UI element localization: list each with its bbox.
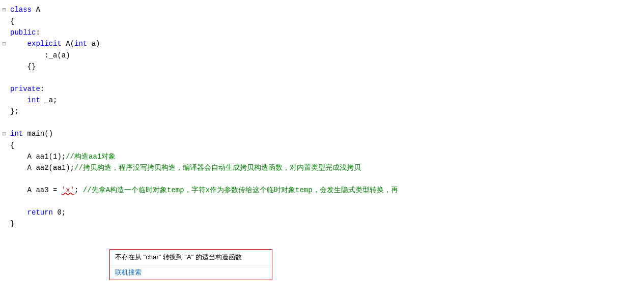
code-content: A aa3 = 'x'; //先拿A构造一个临时对象temp，字符x作为参数传给…: [8, 185, 398, 196]
code-line: int _a;: [0, 95, 644, 106]
code-content: return 0;: [8, 207, 66, 218]
code-line: {}: [0, 61, 644, 72]
code-content: }: [8, 218, 14, 229]
code-line: A aa3 = 'x'; //先拿A构造一个临时对象temp，字符x作为参数传给…: [0, 185, 644, 196]
code-line: [0, 173, 644, 185]
code-line: {: [0, 140, 644, 151]
code-line: [0, 72, 644, 83]
code-line: private:: [0, 83, 644, 95]
code-line: :_a(a): [0, 50, 644, 61]
code-line: [0, 117, 644, 128]
code-content: class A: [8, 4, 40, 15]
code-content: {: [8, 140, 14, 151]
code-content: explicit A(int a): [8, 38, 100, 49]
code-content: int main(): [8, 128, 53, 139]
code-content: };: [8, 106, 19, 117]
online-search-link[interactable]: 联机搜索: [110, 265, 272, 280]
code-line: A aa2(aa1);//拷贝构造，程序没写拷贝构造，编译器会自动生成拷贝构造函…: [0, 162, 644, 173]
code-editor: ⊟class A{public:⊟ explicit A(int a) :_a(…: [0, 0, 644, 303]
gutter-collapse[interactable]: ⊟: [0, 5, 8, 16]
code-content: {}: [8, 61, 36, 72]
code-line: ⊟int main(): [0, 128, 644, 140]
code-line: return 0;: [0, 207, 644, 218]
code-line: {: [0, 16, 644, 27]
code-content: {: [8, 16, 14, 27]
code-area: ⊟class A{public:⊟ explicit A(int a) :_a(…: [0, 4, 644, 229]
code-content: int _a;: [8, 95, 57, 106]
code-line: ⊟class A: [0, 4, 644, 16]
code-line: [0, 196, 644, 207]
code-line: };: [0, 106, 644, 117]
code-line: ⊟ explicit A(int a): [0, 38, 644, 50]
code-line: }: [0, 218, 644, 229]
code-line: public:: [0, 27, 644, 38]
error-message: 不存在从 "char" 转换到 "A" 的适当构造函数: [110, 250, 272, 265]
code-content: private:: [8, 83, 44, 95]
gutter-collapse[interactable]: ⊟: [0, 39, 8, 50]
code-content: :_a(a): [8, 50, 70, 61]
code-line: A aa1(1);//构造aa1对象: [0, 151, 644, 162]
error-popup[interactable]: 不存在从 "char" 转换到 "A" 的适当构造函数 联机搜索: [109, 249, 272, 280]
code-content: A aa2(aa1);//拷贝构造，程序没写拷贝构造，编译器会自动生成拷贝构造函…: [8, 162, 361, 173]
gutter-collapse[interactable]: ⊟: [0, 129, 8, 140]
code-content: public:: [8, 27, 40, 38]
code-content: A aa1(1);//构造aa1对象: [8, 151, 116, 162]
